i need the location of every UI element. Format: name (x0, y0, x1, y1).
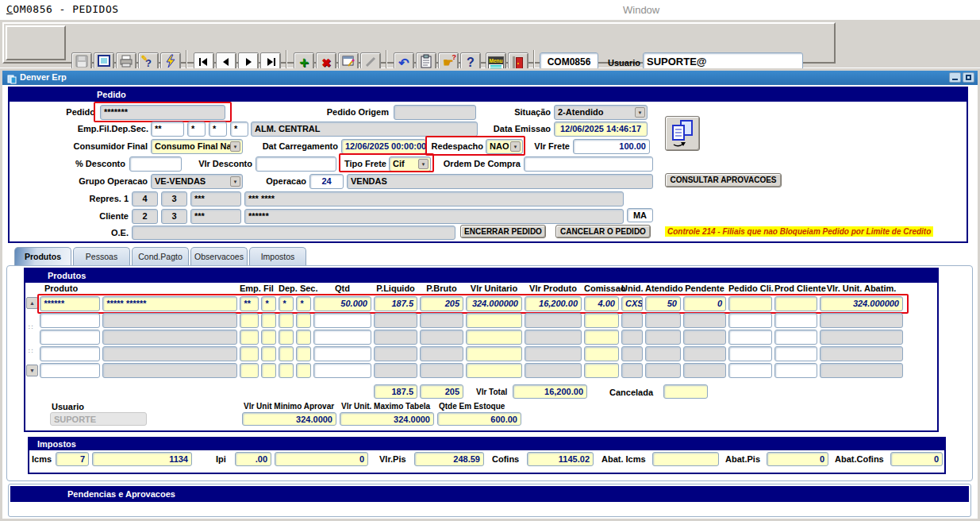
cell-sec[interactable] (296, 346, 311, 361)
minimize-button[interactable] (949, 72, 961, 83)
cell-comissao[interactable] (584, 346, 619, 361)
dep-field[interactable]: * (209, 122, 227, 137)
cell-pedido-cli[interactable] (728, 346, 772, 361)
vlr-pis-field[interactable]: 248.59 (414, 452, 484, 466)
cell-qtd[interactable] (313, 346, 371, 361)
scroll-grip[interactable]: ∷ (29, 348, 33, 354)
pct-desconto-field[interactable] (129, 156, 182, 172)
encerrar-pedido-button[interactable]: ENCERRAR PEDIDO (460, 225, 546, 238)
cell-produto[interactable] (40, 346, 100, 361)
vlr-frete-field[interactable]: 100.00 (573, 139, 650, 154)
cancelar-pedido-button[interactable]: CANCELAR O PEDIDO (555, 225, 651, 238)
cell-qtd[interactable] (313, 330, 371, 345)
menu-item-window[interactable]: Window (623, 4, 659, 16)
cell-prod-cliente[interactable] (774, 363, 817, 378)
cancelada-field[interactable] (663, 384, 708, 399)
cell-emp[interactable] (240, 330, 259, 345)
cell-dep[interactable] (279, 330, 294, 345)
cell-vlr-unitario[interactable] (466, 330, 522, 345)
cell-prod-cliente[interactable] (774, 313, 817, 328)
vlr-desconto-field[interactable] (256, 156, 336, 172)
cell-qtd[interactable] (313, 363, 371, 378)
cell-atendido[interactable]: 50 (645, 296, 681, 311)
ipi-value-field[interactable]: 0 (275, 452, 368, 466)
cell-fil[interactable] (261, 313, 276, 328)
consumidor-final-combo[interactable]: Consumo Final Nao▼ (151, 139, 243, 154)
cell-sec[interactable] (296, 313, 311, 328)
cell-pedido-cli[interactable] (728, 313, 772, 328)
cell-fil[interactable]: * (261, 296, 276, 311)
cell-comissao[interactable]: 4.00 (584, 296, 619, 311)
tab-impostos[interactable]: Impostos (249, 247, 306, 266)
situacao-combo[interactable]: 2-Atendido▼ (554, 105, 648, 120)
cell-fil[interactable] (261, 346, 276, 361)
fil-field[interactable]: * (187, 122, 206, 137)
cell-vlr-unitario[interactable]: 324.000000 (466, 296, 522, 311)
cell-produto[interactable] (40, 330, 100, 345)
scroll-up-button[interactable]: ▲ (26, 297, 38, 309)
tab-cond-pagto[interactable]: Cond.Pagto (132, 247, 189, 266)
operacao-field[interactable]: 24 (309, 174, 344, 189)
cell-p-bruto[interactable]: 205 (420, 296, 463, 311)
dat-carregamento-field[interactable]: 12/06/2025 00:00:00 (341, 139, 426, 154)
cell-comissao[interactable] (584, 363, 619, 378)
abat-icms-field[interactable] (652, 452, 719, 466)
cell-comissao[interactable] (584, 313, 619, 328)
data-emissao-field[interactable]: 12/06/2025 14:46:17 (554, 122, 648, 137)
cell-emp[interactable] (240, 346, 259, 361)
cell-vlr-unitario[interactable] (466, 363, 522, 378)
cell-qtd[interactable] (313, 313, 371, 328)
redespacho-combo[interactable]: NAO▼ (486, 139, 523, 154)
maximize-button[interactable] (963, 72, 974, 83)
cell-prod-cliente[interactable] (774, 330, 817, 345)
cell-vlr-unitario[interactable] (466, 346, 522, 361)
cell-vlr-produto[interactable]: 16,200.00 (525, 296, 582, 311)
abat-cofins-field[interactable]: 0 (890, 452, 943, 466)
ordem-compra-field[interactable] (524, 156, 653, 172)
cofins-field[interactable]: 1145.02 (527, 452, 594, 466)
abat-pis-field[interactable]: 0 (767, 452, 828, 466)
tab-produtos[interactable]: Produtos (14, 247, 71, 266)
cell-pedido-cli[interactable] (728, 296, 772, 311)
cell-produto[interactable] (40, 363, 100, 378)
cell-produto[interactable]: ****** (40, 296, 100, 311)
cell-pedido-cli[interactable] (728, 363, 772, 378)
grupo-operacao-combo[interactable]: VE-VENDAS▼ (151, 174, 243, 189)
tab-pessoas[interactable]: Pessoas (73, 247, 130, 266)
icms-value-field[interactable]: 1134 (92, 452, 192, 466)
cell-sec[interactable]: * (296, 296, 311, 311)
cell-sec[interactable] (296, 363, 311, 378)
cell-emp[interactable]: ** (240, 296, 259, 311)
consultar-aprovacoes-button[interactable]: CONSULTAR APROVACOES (665, 173, 782, 187)
cell-dep[interactable] (279, 363, 294, 378)
cell-pendente[interactable]: 0 (683, 296, 726, 311)
icms-pct-field[interactable]: 7 (56, 452, 89, 466)
tipo-frete-combo[interactable]: Cif▼ (389, 156, 431, 172)
cell-vlr-unit-abatim[interactable]: 324.000000 (820, 296, 903, 311)
cell-produto[interactable] (40, 313, 100, 328)
cell-comissao[interactable] (584, 330, 619, 345)
scroll-down-button[interactable]: ▼ (26, 365, 38, 376)
cell-fil[interactable] (261, 330, 276, 345)
sec-field[interactable]: * (230, 122, 248, 137)
ipi-pct-field[interactable]: .00 (235, 452, 271, 466)
cell-prod-cliente[interactable] (774, 296, 817, 311)
tab-observacoes[interactable]: Observacoes (190, 247, 248, 266)
cell-unid[interactable]: CXS (621, 296, 643, 311)
emp-field[interactable]: ** (151, 122, 184, 137)
cell-dep[interactable] (279, 346, 294, 361)
cell-qtd[interactable]: 50.000 (313, 296, 371, 311)
cell-prod-cliente[interactable] (774, 346, 817, 361)
cell-emp[interactable] (240, 313, 259, 328)
scroll-grip[interactable]: ∷ (29, 324, 33, 330)
cell-dep[interactable] (279, 313, 294, 328)
cell-vlr-unitario[interactable] (466, 313, 522, 328)
cell-descricao[interactable]: ***** ****** (102, 296, 237, 311)
cell-emp[interactable] (240, 363, 259, 378)
cell-fil[interactable] (261, 363, 276, 378)
cell-p-liquido[interactable]: 187.5 (374, 296, 417, 311)
cell-sec[interactable] (296, 330, 311, 345)
cell-pedido-cli[interactable] (728, 330, 772, 345)
cell-dep[interactable]: * (279, 296, 294, 311)
copy-pedido-button[interactable] (665, 116, 700, 151)
